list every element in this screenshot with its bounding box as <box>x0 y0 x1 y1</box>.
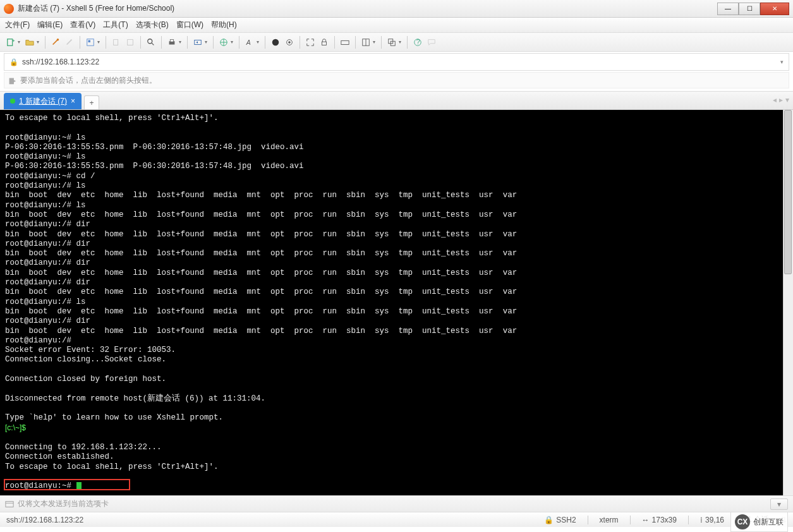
svg-point-3 <box>57 38 59 40</box>
terminal-area[interactable]: To escape to local shell, press 'Ctrl+Al… <box>0 110 793 495</box>
copy-icon[interactable] <box>111 37 122 48</box>
dropdown-icon[interactable]: ▾ <box>373 39 375 45</box>
color-scheme-icon[interactable] <box>270 37 281 48</box>
watermark: CX 创新互联 <box>730 512 788 532</box>
cascade-icon[interactable] <box>386 37 397 48</box>
svg-point-17 <box>288 41 291 44</box>
dropdown-icon[interactable]: ▾ <box>257 39 259 45</box>
help-icon[interactable]: ? <box>412 37 423 48</box>
menu-help[interactable]: 帮助(H) <box>211 20 237 30</box>
svg-text:A: A <box>246 38 251 45</box>
tab-close-icon[interactable]: × <box>71 97 75 106</box>
new-session-icon[interactable] <box>5 37 16 48</box>
hint-text: 要添加当前会话，点击左侧的箭头按钮。 <box>20 75 157 86</box>
separator <box>213 36 214 49</box>
dropdown-icon[interactable]: ▾ <box>205 39 207 45</box>
scrollbar-thumb[interactable] <box>784 110 792 274</box>
menu-tabs[interactable]: 选项卡(B) <box>136 20 169 30</box>
watermark-icon: CX <box>735 514 750 529</box>
send-placeholder[interactable]: 仅将文本发送到当前选项卡 <box>18 499 109 509</box>
status-address: ssh://192.168.1.123:22 <box>6 516 533 524</box>
window-title: 新建会话 (7) - Xshell 5 (Free for Home/Schoo… <box>18 3 174 14</box>
status-proto-text: SSH2 <box>556 516 576 524</box>
highlight-icon[interactable] <box>284 37 295 48</box>
separator <box>239 36 239 49</box>
separator <box>334 36 335 49</box>
dropdown-icon[interactable]: ▾ <box>97 39 100 45</box>
maximize-button[interactable]: ☐ <box>739 3 760 15</box>
tab-nav: ◂ ▸ ▾ <box>773 95 789 104</box>
disconnect-icon[interactable] <box>64 37 75 48</box>
print-icon[interactable] <box>166 37 178 48</box>
lock-icon: 🔒 <box>9 58 18 66</box>
font-icon[interactable]: A <box>244 37 255 48</box>
separator <box>265 36 265 49</box>
search-icon[interactable] <box>145 37 157 48</box>
properties-icon[interactable] <box>85 37 96 48</box>
menu-tools[interactable]: 工具(T) <box>103 20 128 30</box>
tab-menu-icon[interactable]: ▾ <box>785 95 789 104</box>
address-bar[interactable]: 🔒 ssh://192.168.1.123:22 ▾ <box>4 53 789 71</box>
svg-rect-5 <box>88 40 91 42</box>
transfer-icon[interactable] <box>192 37 203 48</box>
status-size: ↔173x39 <box>642 516 677 524</box>
svg-rect-7 <box>128 39 133 45</box>
status-dot-icon <box>10 99 15 104</box>
dropdown-icon[interactable]: ▾ <box>37 39 39 45</box>
address-text[interactable]: ssh://192.168.1.123:22 <box>22 57 777 66</box>
paste-icon[interactable] <box>124 37 136 48</box>
dropdown-icon[interactable]: ▾ <box>780 59 784 65</box>
separator <box>588 516 588 524</box>
chat-icon[interactable] <box>426 37 437 48</box>
tab-next-icon[interactable]: ▸ <box>779 95 783 104</box>
separator <box>45 36 45 49</box>
svg-point-15 <box>272 39 279 45</box>
layout-icon[interactable] <box>360 37 372 48</box>
separator <box>300 36 300 49</box>
menubar: 文件(F) 编辑(E) 查看(V) 工具(T) 选项卡(B) 窗口(W) 帮助(… <box>0 18 793 33</box>
session-tab[interactable]: 1 新建会话 (7) × <box>4 93 82 109</box>
svg-line-9 <box>152 42 154 45</box>
svg-text:?: ? <box>416 38 420 45</box>
keyboard-icon[interactable] <box>339 37 351 48</box>
separator <box>140 36 141 49</box>
svg-rect-27 <box>6 501 13 507</box>
send-dropdown[interactable]: ▾ <box>770 499 788 510</box>
tab-label: 1 新建会话 (7) <box>19 96 67 107</box>
status-cursor: ⁞39,16 <box>700 516 724 524</box>
status-proto: 🔒SSH2 <box>544 516 576 524</box>
separator <box>80 36 80 49</box>
menu-window[interactable]: 窗口(W) <box>176 20 203 30</box>
separator <box>106 36 106 49</box>
menu-view[interactable]: 查看(V) <box>70 20 95 30</box>
dropdown-icon[interactable]: ▾ <box>399 39 401 45</box>
minimize-button[interactable]: — <box>717 3 739 15</box>
tab-strip: 1 新建会话 (7) × + ◂ ▸ ▾ <box>0 91 793 110</box>
terminal-scrollbar[interactable] <box>783 110 793 495</box>
close-button[interactable]: ✕ <box>760 3 789 15</box>
status-bar: ssh://192.168.1.123:22 🔒SSH2 xterm ↔173x… <box>0 512 793 527</box>
dropdown-icon[interactable]: ▾ <box>231 39 233 45</box>
menu-file[interactable]: 文件(F) <box>5 20 30 30</box>
open-icon[interactable] <box>24 37 35 48</box>
terminal-output[interactable]: To escape to local shell, press 'Ctrl+Al… <box>0 110 793 495</box>
status-cursor-text: 39,16 <box>705 516 724 524</box>
separator <box>355 36 356 49</box>
reconnect-icon[interactable] <box>50 37 61 48</box>
add-tab-button[interactable]: + <box>84 95 99 109</box>
lock-icon[interactable] <box>318 37 330 48</box>
svg-rect-19 <box>341 40 349 44</box>
tab-prev-icon[interactable]: ◂ <box>773 95 777 104</box>
globe-icon[interactable] <box>218 37 229 48</box>
separator <box>688 516 689 524</box>
separator <box>161 36 162 49</box>
fullscreen-icon[interactable] <box>305 37 316 48</box>
menu-edit[interactable]: 编辑(E) <box>37 20 63 30</box>
svg-rect-6 <box>114 39 118 45</box>
size-icon: ↔ <box>642 516 650 524</box>
separator <box>407 36 408 49</box>
watermark-text: 创新互联 <box>753 517 784 528</box>
dropdown-icon[interactable]: ▾ <box>18 39 20 45</box>
dropdown-icon[interactable]: ▾ <box>179 39 181 45</box>
titlebar: 新建会话 (7) - Xshell 5 (Free for Home/Schoo… <box>0 0 793 18</box>
